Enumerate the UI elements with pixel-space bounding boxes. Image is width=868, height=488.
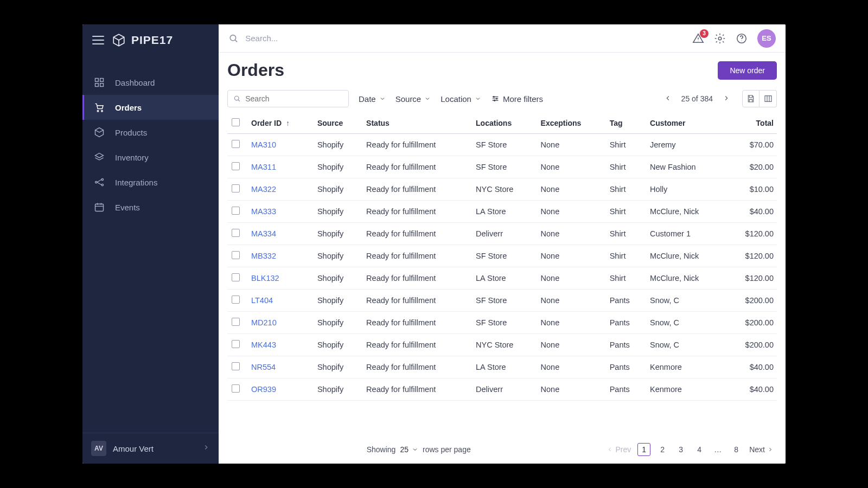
chevron-right-icon: [202, 444, 210, 453]
page-number[interactable]: 4: [693, 443, 706, 456]
select-all-checkbox[interactable]: [232, 118, 240, 126]
sidebar-item-products[interactable]: Products: [82, 120, 219, 145]
cell-total: $120.00: [726, 223, 777, 245]
global-search[interactable]: [228, 33, 685, 44]
sidebar-item-dashboard[interactable]: Dashboard: [82, 70, 219, 95]
pager-next[interactable]: [720, 92, 732, 106]
page-number[interactable]: 1: [637, 443, 650, 456]
new-order-button[interactable]: New order: [718, 61, 777, 80]
table-row: MA311ShopifyReady for fulfillmentSF Stor…: [227, 156, 777, 178]
row-checkbox[interactable]: [232, 340, 240, 348]
col-customer[interactable]: Customer: [646, 113, 726, 134]
cell-status: Ready for fulfillment: [362, 178, 471, 201]
filter-more[interactable]: More filters: [491, 94, 543, 104]
sidebar-item-label: Orders: [115, 103, 142, 112]
columns-button[interactable]: [760, 90, 777, 107]
row-checkbox[interactable]: [232, 140, 240, 148]
row-checkbox[interactable]: [232, 184, 240, 192]
row-checkbox[interactable]: [232, 207, 240, 215]
table-search-input[interactable]: [245, 94, 343, 103]
order-id-link[interactable]: MA334: [247, 223, 313, 245]
row-checkbox[interactable]: [232, 296, 240, 304]
col-locations[interactable]: Locations: [471, 113, 537, 134]
help-icon: [736, 33, 748, 44]
order-id-link[interactable]: OR939: [247, 378, 313, 401]
table-row: BLK132ShopifyReady for fulfillmentLA Sto…: [227, 267, 777, 290]
row-checkbox[interactable]: [232, 229, 240, 237]
sidebar-item-events[interactable]: Events: [82, 195, 219, 220]
chevron-down-icon: [475, 95, 481, 102]
order-id-link[interactable]: BLK132: [247, 267, 313, 290]
cell-total: $200.00: [726, 290, 777, 312]
workspace-switcher[interactable]: AV Amour Vert: [82, 433, 219, 464]
svg-rect-1: [100, 79, 104, 82]
sidebar-item-orders[interactable]: Orders: [82, 95, 219, 120]
user-avatar[interactable]: ES: [757, 29, 776, 48]
order-id-link[interactable]: MA311: [247, 156, 313, 178]
hamburger-icon[interactable]: [92, 33, 104, 47]
cell-customer: Jeremy: [646, 134, 726, 156]
col-exceptions[interactable]: Exceptions: [537, 113, 605, 134]
order-id-link[interactable]: MB332: [247, 245, 313, 267]
sidebar-header: PIPE17: [82, 24, 219, 56]
cell-total: $40.00: [726, 201, 777, 223]
cell-total: $40.00: [726, 378, 777, 401]
workspace-avatar: AV: [91, 441, 106, 456]
rows-per-page-selector[interactable]: 25: [400, 445, 418, 454]
cell-location: LA Store: [471, 356, 537, 378]
order-id-link[interactable]: MA322: [247, 178, 313, 201]
col-source[interactable]: Source: [313, 113, 362, 134]
cell-exceptions: None: [537, 334, 605, 356]
sidebar-item-inventory[interactable]: Inventory: [82, 145, 219, 170]
cell-customer: McClure, Nick: [646, 245, 726, 267]
save-view-button[interactable]: [742, 90, 760, 107]
settings-button[interactable]: [714, 33, 726, 44]
row-checkbox[interactable]: [232, 273, 240, 281]
sidebar: PIPE17 Dashboard Orders Products Invento…: [82, 24, 219, 464]
pager-prev[interactable]: [662, 92, 674, 106]
order-id-link[interactable]: NR554: [247, 356, 313, 378]
global-search-input[interactable]: [245, 34, 685, 43]
table-row: MA333ShopifyReady for fulfillmentLA Stor…: [227, 201, 777, 223]
col-status[interactable]: Status: [362, 113, 471, 134]
filter-location[interactable]: Location: [441, 94, 481, 104]
cell-total: $200.00: [726, 312, 777, 334]
cell-exceptions: None: [537, 134, 605, 156]
notifications-button[interactable]: 3: [692, 33, 704, 44]
svg-rect-3: [100, 84, 104, 87]
cell-status: Ready for fulfillment: [362, 267, 471, 290]
page-number[interactable]: 8: [730, 443, 743, 456]
order-id-link[interactable]: MD210: [247, 312, 313, 334]
filter-source[interactable]: Source: [395, 94, 431, 104]
table-footer: Showing 25 rows per page Prev 1234…8 Nex…: [227, 436, 777, 464]
order-id-link[interactable]: LT404: [247, 290, 313, 312]
cell-total: $120.00: [726, 267, 777, 290]
svg-rect-0: [95, 79, 99, 82]
order-id-link[interactable]: MA333: [247, 201, 313, 223]
table-search[interactable]: [227, 90, 349, 107]
row-checkbox[interactable]: [232, 362, 240, 370]
help-button[interactable]: [736, 33, 748, 44]
sidebar-item-integrations[interactable]: Integrations: [82, 170, 219, 195]
cell-status: Ready for fulfillment: [362, 223, 471, 245]
page-next[interactable]: Next: [749, 445, 774, 454]
row-checkbox[interactable]: [232, 384, 240, 393]
row-checkbox[interactable]: [232, 318, 240, 326]
page-number[interactable]: 3: [674, 443, 687, 456]
order-id-link[interactable]: MA310: [247, 134, 313, 156]
cell-exceptions: None: [537, 312, 605, 334]
col-order-id[interactable]: Order ID↑: [247, 113, 313, 134]
col-total[interactable]: Total: [726, 113, 777, 134]
page-prev[interactable]: Prev: [607, 445, 631, 454]
topbar-actions: 3 ES: [692, 29, 776, 48]
order-id-link[interactable]: MK443: [247, 334, 313, 356]
svg-point-6: [95, 181, 97, 183]
row-checkbox[interactable]: [232, 162, 240, 170]
filter-date[interactable]: Date: [359, 94, 386, 104]
col-tag[interactable]: Tag: [605, 113, 646, 134]
row-checkbox[interactable]: [232, 251, 240, 259]
cell-location: LA Store: [471, 201, 537, 223]
cell-customer: Kenmore: [646, 378, 726, 401]
svg-point-13: [234, 96, 239, 100]
page-number[interactable]: 2: [656, 443, 669, 456]
